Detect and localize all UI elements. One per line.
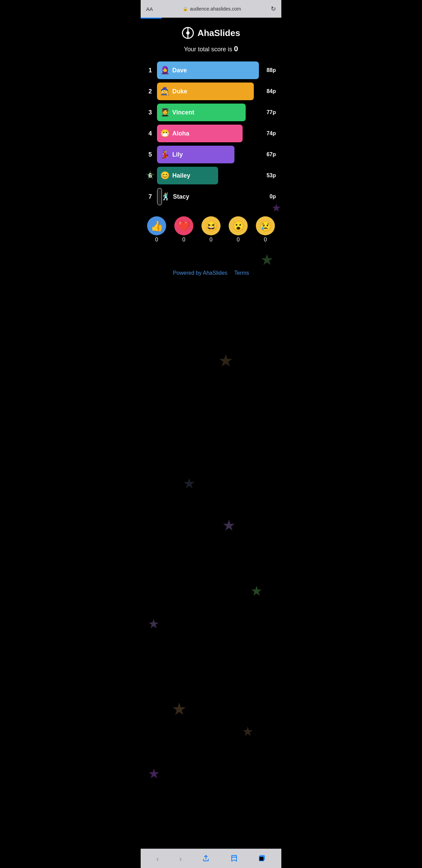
player-score: 84p (262, 88, 276, 94)
score-bar-fill: 😷 Aloha (157, 125, 243, 142)
font-size-control[interactable]: AA (146, 6, 153, 12)
svg-point-1 (186, 31, 190, 35)
leaderboard-row: 5 💃 Lily 67p (146, 146, 276, 163)
reaction-emoji: 😮 (229, 216, 248, 235)
player-score: 67p (262, 151, 276, 158)
player-name: Hailey (172, 172, 190, 179)
decorative-star: ★ (148, 766, 160, 781)
player-name: Dave (172, 67, 187, 74)
reaction-emoji: 😢 (256, 216, 275, 235)
url-text: audience.ahaslides.com (190, 6, 241, 12)
player-score: 74p (262, 130, 276, 137)
decorative-star: ★ (172, 699, 187, 719)
player-avatar: 😷 (160, 129, 170, 138)
score-value: 0 (234, 44, 238, 53)
reaction-sad[interactable]: 😢 0 (256, 216, 275, 243)
score-display: Your total score is 0 (146, 44, 276, 53)
reaction-emoji: ❤️ (174, 216, 193, 235)
player-avatar: 😊 (160, 171, 170, 180)
score-bar-fill: 😊 Hailey (157, 167, 218, 184)
svg-rect-3 (259, 856, 264, 861)
player-avatar: 🧕 (160, 66, 170, 75)
rank-number: 1 (146, 67, 154, 74)
rank-number: 6 (146, 172, 154, 179)
main-content: AhaSlides Your total score is 0 1 🧕 Dave… (141, 19, 281, 288)
rank-number: 5 (146, 151, 154, 158)
decorative-star: ★ (250, 583, 263, 599)
rank-number: 3 (146, 109, 154, 116)
decorative-star: ★ (218, 351, 233, 370)
reaction-count: 0 (155, 237, 158, 243)
logo-section: AhaSlides (146, 27, 276, 39)
score-bar-container: 🧑‍🎓 Vincent (157, 104, 259, 121)
reaction-count: 0 (210, 237, 213, 243)
rank-number: 7 (146, 193, 154, 200)
reaction-emoji: 👍 (147, 216, 166, 235)
browser-bar: AA 🔒 audience.ahaslides.com ↻ (141, 0, 281, 18)
score-bar-container: 😷 Aloha (157, 125, 259, 142)
score-bar-fill: 🕺 Stacy (157, 188, 162, 205)
reactions-section: 👍 0 ❤️ 0 😆 0 😮 0 😢 0 (146, 216, 276, 243)
tabs-button[interactable] (258, 854, 266, 864)
score-bar-container: 💃 Lily (157, 146, 259, 163)
player-name: Aloha (172, 130, 189, 137)
reaction-emoji: 😆 (201, 216, 221, 235)
back-button[interactable]: ‹ (156, 855, 159, 864)
score-bar-container: 🕺 Stacy (157, 188, 259, 205)
leaderboard-row: 3 🧑‍🎓 Vincent 77p (146, 104, 276, 121)
player-avatar: 🕺 (161, 192, 170, 201)
decorative-star: ★ (183, 475, 196, 492)
player-score: 0p (262, 194, 276, 200)
leaderboard-row: 1 🧕 Dave 88p (146, 61, 276, 79)
leaderboard-row: 2 🧙 Duke 84p (146, 83, 276, 100)
score-bar-fill: 🧙 Duke (157, 83, 254, 100)
reaction-thumbs[interactable]: 👍 0 (147, 216, 166, 243)
ahaslides-logo-icon (182, 27, 194, 39)
player-name: Duke (172, 88, 187, 95)
reaction-laugh[interactable]: 😆 0 (201, 216, 221, 243)
player-score: 77p (262, 109, 276, 115)
score-bar-fill: 🧕 Dave (157, 61, 259, 79)
forward-button[interactable]: › (179, 855, 182, 864)
bookmarks-button[interactable] (230, 854, 238, 864)
terms-link[interactable]: Terms (234, 270, 249, 276)
powered-by-link[interactable]: Powered by AhaSlides (173, 270, 227, 276)
score-bar-fill: 🧑‍🎓 Vincent (157, 104, 246, 121)
reaction-count: 0 (237, 237, 240, 243)
logo-text: AhaSlides (197, 28, 240, 38)
reaction-count: 0 (182, 237, 186, 243)
bottom-nav-bar: ‹ › (141, 849, 281, 868)
leaderboard-row: 7 🕺 Stacy 0p (146, 188, 276, 205)
decorative-star: ★ (242, 724, 253, 739)
rank-number: 2 (146, 88, 154, 95)
lock-icon: 🔒 (183, 6, 188, 11)
score-bar-container: 🧕 Dave (157, 61, 259, 79)
score-bar-container: 😊 Hailey (157, 167, 259, 184)
footer: Powered by AhaSlides Terms (146, 270, 276, 283)
footer-separator (230, 270, 231, 276)
reaction-wow[interactable]: 😮 0 (229, 216, 248, 243)
player-avatar: 🧙 (160, 87, 170, 96)
decorative-star: ★ (222, 517, 235, 534)
leaderboard-row: 4 😷 Aloha 74p (146, 125, 276, 142)
decorative-star: ★ (148, 616, 159, 631)
score-bar-fill: 💃 Lily (157, 146, 234, 163)
player-score: 88p (262, 67, 276, 73)
share-button[interactable] (202, 854, 210, 864)
player-name: Vincent (172, 109, 194, 116)
player-avatar: 🧑‍🎓 (160, 108, 170, 117)
player-name: Stacy (173, 193, 189, 200)
score-bar-container: 🧙 Duke (157, 83, 259, 100)
rank-number: 4 (146, 130, 154, 137)
player-avatar: 💃 (160, 150, 170, 159)
leaderboard-row: 6 😊 Hailey 53p (146, 167, 276, 184)
reaction-heart[interactable]: ❤️ 0 (174, 216, 193, 243)
leaderboard: 1 🧕 Dave 88p 2 🧙 Duke 84p 3 🧑‍🎓 (146, 61, 276, 205)
reaction-count: 0 (264, 237, 267, 243)
refresh-button[interactable]: ↻ (271, 5, 276, 13)
score-prefix: Your total score is (184, 46, 234, 53)
url-bar[interactable]: 🔒 audience.ahaslides.com (183, 6, 241, 12)
player-name: Lily (172, 151, 183, 158)
player-score: 53p (262, 173, 276, 179)
